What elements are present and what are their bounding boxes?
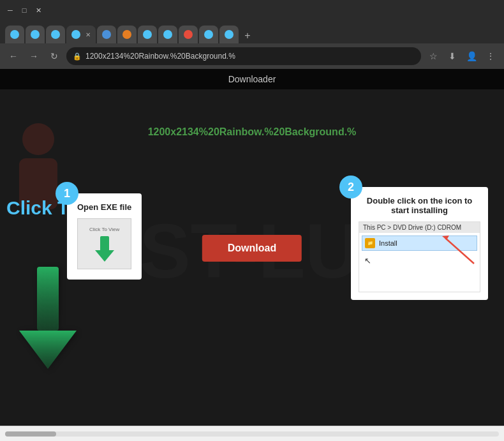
forward-button[interactable]: → [26,48,42,64]
new-tab-button[interactable]: + [240,28,255,43]
tab-5[interactable] [97,26,116,43]
maximize-btn[interactable]: □ [19,5,29,15]
step1-image-text: Click To View [89,227,119,232]
svg-rect-3 [37,267,59,331]
menu-icon[interactable]: ⋮ [482,48,499,64]
status-bar [0,426,504,441]
page-content: JST-LUT Downloader 1200x2134%20Rainbow.%… [0,69,504,426]
svg-marker-6 [95,250,114,262]
step1-number: 1 [56,182,78,205]
file-item-label: Install [379,239,397,247]
nav-bar: ← → ↻ 🔒 1200x2134%20Rainbow.%20Backgroun… [0,43,504,69]
step2-breadcrumb: This PC > DVD Drive (D:) CDROM [359,222,480,233]
step2-explorer: This PC > DVD Drive (D:) CDROM 📁 Install… [359,221,480,292]
step2-breadcrumb-text: This PC > DVD Drive (D:) CDROM [363,224,461,231]
tab-9[interactable] [179,26,198,43]
svg-line-7 [445,238,474,264]
tab-close-icon[interactable]: ✕ [85,31,91,38]
address-text: 1200x2134%20Rainbow.%20Background.% [85,52,415,61]
download-button[interactable]: Download [202,235,302,262]
step2-card: 2 Double click on the icon to start inst… [351,187,488,300]
tab-4-active[interactable]: ✕ [66,26,96,43]
bookmark-icon[interactable]: ☆ [425,48,441,64]
tab-6[interactable] [117,26,137,43]
lock-icon: 🔒 [73,52,82,61]
explorer-empty-space [362,270,477,289]
tab-8[interactable] [158,26,177,43]
red-arrow-indicator [433,235,484,267]
reload-button[interactable]: ↻ [46,48,63,64]
title-bar: ─ □ ✕ [0,0,504,20]
cursor-icon: ↖ [364,256,371,265]
tab-3[interactable] [46,26,65,43]
profile-icon[interactable]: 👤 [463,48,480,64]
svg-point-1 [22,123,54,155]
nav-actions: ☆ ⬇ 👤 ⋮ [425,48,499,64]
window-controls: ─ □ ✕ [5,5,43,15]
back-button[interactable]: ← [5,48,22,64]
tab-2[interactable] [26,26,45,43]
tab-7[interactable] [138,26,157,43]
tab-bar: ✕ + [0,20,504,43]
address-bar[interactable]: 🔒 1200x2134%20Rainbow.%20Background.% [66,47,421,65]
horizontal-scrollbar[interactable] [5,431,499,437]
close-btn[interactable]: ✕ [33,5,43,15]
step1-title: Open EXE file [77,202,131,212]
scrollbar-thumb[interactable] [5,431,56,437]
file-explorer: 📁 Install ↖ [359,233,480,292]
file-cursor-area: ↖ [362,251,477,270]
file-folder-icon: 📁 [365,238,375,248]
svg-marker-4 [19,331,77,369]
tab-1[interactable] [5,26,24,43]
page-topbar-title: Downloader [228,74,276,84]
step1-image: Click To View [77,218,131,269]
file-path-text: 1200x2134%20Rainbow.%20Background.% [148,126,357,138]
step2-number: 2 [339,176,362,198]
minimize-btn[interactable]: ─ [5,5,15,15]
tab-10[interactable] [199,26,218,43]
tab-11[interactable] [219,26,239,43]
step2-title: Double click on the icon to start instal… [359,196,480,215]
step1-card: 1 Open EXE file Click To View [67,193,142,280]
page-topbar: Downloader [0,69,504,89]
svg-rect-5 [100,236,109,252]
big-green-arrow [19,267,77,371]
download-icon[interactable]: ⬇ [444,48,461,64]
